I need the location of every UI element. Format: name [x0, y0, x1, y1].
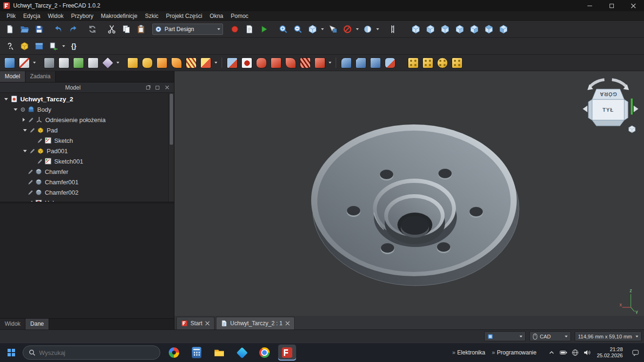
view-right-button[interactable] [453, 22, 466, 36]
additive-helix-button[interactable] [184, 56, 198, 70]
tree-item-body[interactable]: Body [0, 104, 168, 115]
clipping-dropdown[interactable] [355, 22, 360, 36]
revolution-button[interactable] [140, 56, 154, 70]
cube-tool-button[interactable] [17, 39, 31, 53]
tree-scrollbar[interactable] [168, 93, 174, 202]
link-actions-dropdown[interactable] [61, 39, 66, 53]
tab-start[interactable]: Start [176, 317, 215, 329]
fillet-button[interactable] [339, 56, 353, 70]
link-actions-button[interactable] [47, 39, 60, 53]
expand-arrow-icon[interactable] [23, 150, 27, 152]
additive-sweep-button[interactable] [170, 56, 183, 70]
3d-viewport[interactable]: GÓRA TYŁ z x y [174, 71, 644, 316]
tab-widok[interactable]: Widok [0, 319, 25, 329]
workbench-selector[interactable]: Part Design [152, 24, 223, 35]
additive-primitive-button[interactable] [199, 56, 213, 70]
taskbar-app-palette[interactable] [165, 345, 183, 361]
menu-projekt-czesci[interactable]: Projekt Części [162, 12, 206, 20]
open-button[interactable] [17, 22, 31, 36]
deskband-programowanie[interactable]: » Programowanie [492, 349, 537, 356]
redo-button[interactable] [66, 22, 80, 36]
additive-primitive-dropdown[interactable] [214, 56, 218, 70]
measure-button[interactable] [386, 22, 399, 36]
tree-item-chamfer001[interactable]: Chamfer001 [0, 177, 168, 187]
draw-style-dropdown[interactable] [375, 22, 380, 36]
panel-close-button[interactable] [163, 84, 171, 91]
cut-button[interactable] [105, 22, 118, 36]
navcube-front-label[interactable]: TYŁ [603, 107, 614, 113]
navigation-style-selector[interactable]: CAD [529, 331, 571, 341]
menu-edycja[interactable]: Edycja [19, 12, 44, 20]
zoom-out-button[interactable] [291, 22, 305, 36]
tab-model[interactable]: Model [0, 71, 25, 82]
paste-button[interactable] [134, 22, 148, 36]
std-views-dropdown[interactable] [320, 22, 325, 36]
zoom-in-button[interactable] [276, 22, 290, 36]
whats-this-button[interactable] [3, 39, 17, 53]
tree-item-chamfer[interactable]: Chamfer [0, 166, 168, 177]
tree-item-chamfer002[interactable]: Chamfer002 [0, 187, 168, 197]
network-icon[interactable] [571, 349, 579, 356]
taskbar-clock[interactable]: 21:28 25.02.2026 [597, 346, 623, 359]
tree-item-pad[interactable]: Pad [0, 125, 168, 135]
expand-arrow-icon[interactable] [4, 98, 8, 100]
taskbar-app-calculator[interactable] [188, 345, 206, 361]
volume-icon[interactable] [583, 349, 591, 356]
macro-record-button[interactable] [228, 22, 241, 36]
tab-zadania[interactable]: Zadania [25, 71, 56, 82]
search-input[interactable] [39, 349, 143, 356]
panel-float-button[interactable] [144, 84, 152, 91]
chamfer-button[interactable] [354, 56, 368, 70]
sync-view-button[interactable] [326, 22, 339, 36]
draft-button[interactable] [369, 56, 382, 70]
view-axonometric-button[interactable] [409, 22, 422, 36]
datum-button[interactable] [101, 56, 115, 70]
menu-pomoc[interactable]: Pomoc [227, 12, 252, 20]
subtractive-helix-button[interactable] [298, 56, 312, 70]
pad-button[interactable] [126, 56, 140, 70]
taskbar-app-chrome[interactable] [256, 345, 273, 361]
std-views-button[interactable] [305, 22, 319, 36]
view-bottom-button[interactable] [482, 22, 495, 36]
subtractive-primitive-button[interactable] [313, 56, 327, 70]
tree-item-pad001[interactable]: Pad001 [0, 146, 168, 156]
expand-arrow-icon[interactable] [23, 129, 27, 132]
close-button[interactable] [622, 0, 644, 11]
save-button[interactable] [32, 22, 46, 36]
expression-button[interactable]: {} [67, 39, 81, 53]
refresh-button[interactable] [85, 22, 99, 36]
deskband-elektronika[interactable]: » Elektronika [452, 349, 485, 356]
copy-button[interactable] [119, 22, 133, 36]
battery-icon[interactable] [560, 349, 567, 356]
hole-button[interactable] [240, 56, 254, 70]
notifications-icon[interactable] [632, 349, 639, 356]
menu-widok[interactable]: Widok [44, 12, 67, 20]
create-body-button[interactable] [57, 56, 71, 70]
thickness-button[interactable] [383, 56, 397, 70]
undo-button[interactable] [51, 22, 65, 36]
start-button[interactable] [5, 346, 18, 359]
navcube-top-label[interactable]: GÓRA [600, 91, 617, 97]
mirrored-button[interactable] [406, 56, 420, 70]
tree-item-origin[interactable]: Odniesienie położenia [0, 115, 168, 125]
taskbar-search[interactable] [23, 346, 160, 360]
panels-button[interactable] [32, 39, 46, 53]
minimize-button[interactable] [579, 0, 601, 11]
edit-feature-button[interactable] [3, 56, 17, 70]
taskbar-app-freecad[interactable] [278, 345, 296, 361]
map-sketch-button[interactable] [72, 56, 85, 70]
pocket-button[interactable] [225, 56, 239, 70]
view-left-button[interactable] [496, 22, 510, 36]
subtractive-primitive-dropdown[interactable] [328, 56, 332, 70]
menu-okna[interactable]: Okna [206, 12, 227, 20]
maximize-button[interactable] [601, 0, 622, 11]
menu-przybory[interactable]: Przybory [67, 12, 97, 20]
menu-makrodefinicje[interactable]: Makrodefinicje [97, 12, 141, 20]
view-rear-button[interactable] [467, 22, 481, 36]
dimension-display[interactable]: 114,96 mm x 59,10 mm [575, 331, 642, 341]
tree-item-sketch[interactable]: Sketch [0, 135, 168, 146]
validate-sketch-button[interactable] [42, 56, 56, 70]
view-top-button[interactable] [438, 22, 452, 36]
menu-plik[interactable]: Plik [3, 12, 19, 20]
clipping-plane-button[interactable] [340, 22, 354, 36]
